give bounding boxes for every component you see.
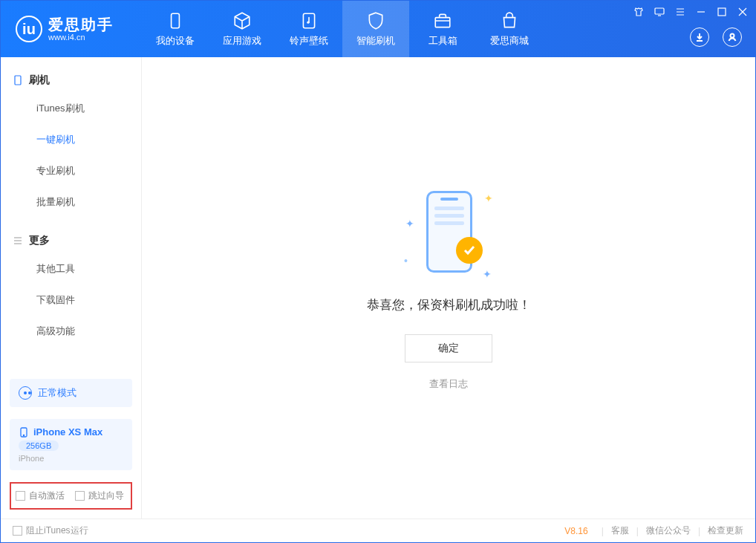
sidebar-section-flash: 刷机 iTunes刷机 一键刷机 专业刷机 批量刷机 [1, 57, 141, 218]
checkbox-label: 自动激活 [29, 490, 65, 502]
tab-label: 我的设备 [156, 34, 195, 48]
user-icon[interactable] [723, 27, 742, 47]
skin-icon[interactable] [633, 7, 644, 17]
device-type: iPhone [19, 454, 44, 463]
svg-rect-3 [435, 17, 450, 27]
toolbox-icon [433, 11, 452, 30]
device-capacity: 256GB [19, 440, 59, 451]
svg-rect-5 [718, 8, 726, 16]
shield-icon [366, 11, 385, 30]
view-log-link[interactable]: 查看日志 [429, 377, 468, 391]
sidebar-section-title: 刷机 [29, 74, 50, 87]
checkbox-icon [13, 526, 22, 536]
cube-icon [232, 11, 252, 30]
svg-rect-7 [15, 76, 21, 85]
version-label: V8.16 [564, 526, 587, 536]
logo-text: 爱思助手 www.i4.cn [48, 16, 114, 42]
checkbox-auto-activate[interactable]: 自动激活 [16, 490, 65, 502]
tab-label: 工具箱 [428, 34, 457, 48]
tab-my-device[interactable]: 我的设备 [142, 1, 209, 57]
divider: | [698, 526, 700, 536]
feedback-icon[interactable] [654, 7, 665, 17]
sparkle-icon: • [404, 255, 408, 267]
mode-icon [19, 386, 32, 400]
svg-rect-0 [172, 13, 180, 28]
device-icon [166, 11, 185, 30]
minimize-icon[interactable] [696, 7, 706, 17]
sidebar-item-other-tools[interactable]: 其他工具 [1, 253, 141, 284]
tab-store[interactable]: 爱思商城 [476, 1, 543, 57]
main-content: ✦ ✦ • ✦ 恭喜您，保资料刷机成功啦！ 确定 查看日志 [142, 57, 755, 518]
sidebar-header-flash: 刷机 [1, 68, 141, 93]
maximize-icon[interactable] [717, 7, 727, 17]
checkbox-label: 跳过向导 [88, 490, 124, 502]
success-illustration: ✦ ✦ • ✦ [404, 185, 493, 282]
list-icon [13, 235, 23, 246]
device-name-text: iPhone XS Max [33, 426, 102, 438]
logo-icon: iu [16, 16, 42, 42]
music-icon [299, 11, 319, 30]
header-right-icons [690, 27, 742, 47]
mode-label: 正常模式 [38, 386, 76, 400]
window-controls [633, 7, 748, 17]
svg-point-2 [307, 21, 309, 23]
tab-toolbox[interactable]: 工具箱 [409, 1, 476, 57]
divider: | [602, 526, 604, 536]
menu-icon[interactable] [675, 7, 685, 17]
footer-link-update[interactable]: 检查更新 [708, 524, 743, 537]
tab-smart-flash[interactable]: 智能刷机 [342, 1, 409, 57]
phone-icon [13, 75, 23, 85]
sidebar-item-itunes-flash[interactable]: iTunes刷机 [1, 93, 141, 124]
device-card[interactable]: iPhone XS Max 256GB iPhone [10, 419, 132, 470]
sidebar-item-oneclick-flash[interactable]: 一键刷机 [1, 124, 141, 155]
checkbox-block-itunes[interactable]: 阻止iTunes运行 [13, 524, 88, 537]
mode-card[interactable]: 正常模式 [10, 379, 132, 407]
footer-right: V8.16 | 客服 | 微信公众号 | 检查更新 [564, 524, 743, 537]
close-icon[interactable] [737, 7, 748, 17]
logo: iu 爱思助手 www.i4.cn [1, 16, 142, 42]
tab-label: 铃声壁纸 [290, 34, 328, 48]
checkbox-icon [75, 491, 85, 501]
footer: 阻止iTunes运行 V8.16 | 客服 | 微信公众号 | 检查更新 [1, 518, 755, 542]
ok-button[interactable]: 确定 [405, 334, 492, 362]
sidebar-item-pro-flash[interactable]: 专业刷机 [1, 155, 141, 186]
sidebar: 刷机 iTunes刷机 一键刷机 专业刷机 批量刷机 更多 其他工具 下载固件 … [1, 57, 142, 518]
footer-link-support[interactable]: 客服 [611, 524, 629, 537]
svg-point-6 [731, 34, 734, 38]
sparkle-icon: ✦ [483, 268, 492, 280]
divider: | [636, 526, 639, 536]
tab-label: 爱思商城 [490, 34, 529, 48]
checkbox-label: 阻止iTunes运行 [26, 524, 88, 537]
svg-rect-4 [655, 8, 664, 14]
tab-label: 智能刷机 [356, 34, 395, 48]
header-tabs: 我的设备 应用游戏 铃声壁纸 智能刷机 工具箱 爱思商城 [142, 1, 543, 57]
tab-label: 应用游戏 [223, 34, 261, 48]
tab-ringtone-wallpaper[interactable]: 铃声壁纸 [276, 1, 342, 57]
sidebar-item-advanced[interactable]: 高级功能 [1, 316, 141, 347]
footer-link-wechat[interactable]: 微信公众号 [646, 524, 691, 537]
sparkle-icon: ✦ [484, 192, 493, 204]
device-icon [19, 427, 29, 438]
sparkle-icon: ✦ [405, 218, 414, 230]
svg-point-9 [23, 435, 24, 435]
sidebar-section-title: 更多 [29, 234, 50, 247]
header: iu 爱思助手 www.i4.cn 我的设备 应用游戏 铃声壁纸 智能刷机 [1, 1, 755, 57]
sidebar-item-batch-flash[interactable]: 批量刷机 [1, 186, 141, 218]
checkbox-skip-guide[interactable]: 跳过向导 [75, 490, 124, 502]
checkmark-badge-icon [456, 237, 483, 264]
download-icon[interactable] [690, 27, 709, 47]
bag-icon [500, 11, 519, 30]
success-message: 恭喜您，保资料刷机成功啦！ [367, 296, 531, 313]
app-window: iu 爱思助手 www.i4.cn 我的设备 应用游戏 铃声壁纸 智能刷机 [0, 0, 756, 543]
sidebar-item-download-firmware[interactable]: 下载固件 [1, 284, 141, 316]
checkbox-icon [16, 491, 25, 501]
sidebar-section-more: 更多 其他工具 下载固件 高级功能 [1, 218, 141, 347]
options-highlighted-box: 自动激活 跳过向导 [10, 482, 132, 510]
sidebar-header-more: 更多 [1, 228, 141, 253]
tab-apps-games[interactable]: 应用游戏 [209, 1, 276, 57]
app-subtitle: www.i4.cn [48, 33, 114, 42]
body: 刷机 iTunes刷机 一键刷机 专业刷机 批量刷机 更多 其他工具 下载固件 … [1, 57, 755, 518]
app-title: 爱思助手 [48, 16, 114, 33]
